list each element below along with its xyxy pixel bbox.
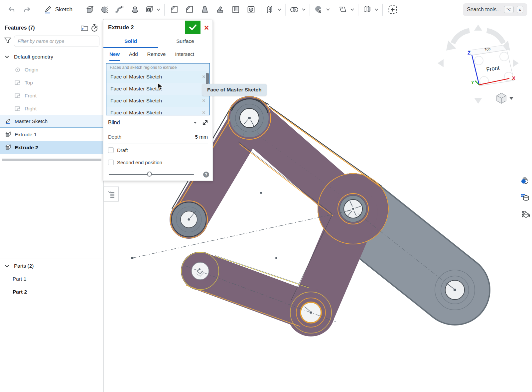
draft-checkbox-row[interactable]: Draft <box>103 144 212 156</box>
section-view-icon[interactable] <box>517 206 532 223</box>
tree-item-extrude-1[interactable]: Extrude 1 <box>0 128 103 141</box>
tab-surface[interactable]: Surface <box>158 35 212 48</box>
confirm-button[interactable] <box>185 21 200 34</box>
flip-direction-icon[interactable] <box>202 119 208 126</box>
axis-x-label: X <box>512 75 515 81</box>
split-icon[interactable] <box>264 2 276 17</box>
extrude-dialog: Extrude 2 × Solid Surface New Add Remove… <box>103 20 213 181</box>
sweep-icon[interactable] <box>112 2 127 17</box>
hole-icon[interactable] <box>243 2 259 17</box>
stopwatch-icon[interactable] <box>89 24 99 32</box>
depth-value[interactable]: 5 mm <box>195 134 208 140</box>
sketch-point[interactable] <box>275 257 277 259</box>
plane-icon[interactable] <box>336 2 349 17</box>
sketch-label: Sketch <box>55 6 72 13</box>
thicken-icon[interactable] <box>143 2 155 17</box>
gray-arm-end[interactable] <box>435 270 475 310</box>
tree-item-master-sketch[interactable]: Master Sketch <box>0 115 103 128</box>
chamfer-icon[interactable] <box>182 2 198 17</box>
boolean-icon[interactable] <box>288 2 301 17</box>
tree-item-front-plane[interactable]: Front <box>0 89 103 102</box>
shell-icon[interactable] <box>228 2 243 17</box>
tree-group-default-geometry[interactable]: Default geometry <box>0 50 103 63</box>
appearance-icon[interactable] <box>517 172 532 189</box>
rollback-bar[interactable] <box>2 159 101 161</box>
view-menu-chevron-icon[interactable] <box>509 97 513 100</box>
list-icon <box>107 190 116 198</box>
tab-solid[interactable]: Solid <box>103 35 158 48</box>
chevron-down-icon[interactable] <box>3 265 11 267</box>
loft-icon[interactable] <box>127 2 143 17</box>
transform-icon[interactable] <box>312 2 325 17</box>
slider-handle[interactable] <box>147 172 152 177</box>
hole-bottom-left[interactable] <box>192 262 209 280</box>
undo-icon[interactable] <box>4 2 19 17</box>
tree-item-right-plane[interactable]: Right <box>0 102 103 115</box>
parts-section: Parts (2) Part 1 Part 2 <box>0 258 103 298</box>
redo-icon[interactable] <box>19 2 35 17</box>
end-condition-dropdown[interactable]: Blind <box>103 115 212 130</box>
tree-item-top-plane[interactable]: Top <box>0 76 103 89</box>
parts-group-header[interactable]: Parts (2) <box>0 259 103 272</box>
chevron-down-icon[interactable] <box>3 56 11 58</box>
insert-part-icon[interactable] <box>385 2 400 17</box>
mirror-icon[interactable] <box>361 2 373 17</box>
help-icon[interactable]: ? <box>203 172 209 178</box>
boss-left[interactable] <box>172 202 206 237</box>
extrude-icon[interactable] <box>81 2 97 17</box>
solid-surface-tabs: Solid Surface <box>103 35 212 48</box>
plane-dropdown-chevron-icon[interactable] <box>349 2 356 17</box>
face-list-item[interactable]: Face of Master Sketch × <box>106 107 209 115</box>
shortcut-key-c: c <box>517 6 524 13</box>
revolve-icon[interactable] <box>97 2 112 17</box>
feature-list-toggle-button[interactable] <box>104 187 119 201</box>
search-tools-input[interactable]: Search tools... ⌥ c <box>463 3 527 16</box>
mode-add[interactable]: Add <box>129 48 138 61</box>
mirror-dropdown-chevron-icon[interactable] <box>373 2 380 17</box>
fillet-icon[interactable] <box>167 2 182 17</box>
filter-input[interactable] <box>14 36 99 47</box>
mode-intersect[interactable]: Intersect <box>175 48 194 61</box>
thicken-dropdown-chevron-icon[interactable] <box>155 2 162 17</box>
second-end-checkbox[interactable] <box>108 160 114 165</box>
face-list-item[interactable]: Face of Master Sketch × <box>106 95 209 107</box>
draft-icon[interactable] <box>198 2 213 17</box>
sketch-point[interactable] <box>260 192 262 194</box>
new-folder-icon[interactable] <box>79 24 89 32</box>
faces-list-header: Faces and sketch regions to extrude <box>106 64 209 71</box>
mode-remove[interactable]: Remove <box>147 48 166 61</box>
sketch-button[interactable]: Sketch <box>40 2 76 17</box>
list-scrollbar-thumb[interactable] <box>206 73 209 84</box>
split-dropdown-chevron-icon[interactable] <box>276 2 283 17</box>
boss-right-lobe[interactable] <box>340 196 366 222</box>
draft-checkbox[interactable] <box>108 147 114 153</box>
mode-new[interactable]: New <box>109 48 120 61</box>
view-menu-cube-icon[interactable] <box>497 93 513 103</box>
view-cube[interactable]: Top Front Z X Y <box>438 25 519 104</box>
slider-track[interactable] <box>109 174 194 175</box>
depth-label: Depth <box>108 134 121 140</box>
extrude-feature-icon <box>4 131 11 138</box>
named-views-icon[interactable] <box>517 189 532 206</box>
boolean-dropdown-chevron-icon[interactable] <box>301 2 307 17</box>
filter-funnel-icon[interactable] <box>4 37 11 45</box>
tree-item-origin[interactable]: Origin <box>0 63 103 76</box>
rollback-slider-row: ? <box>103 169 212 181</box>
dialog-title: Extrude 2 <box>108 24 185 31</box>
remove-face-icon[interactable]: × <box>202 109 205 115</box>
cancel-button[interactable]: × <box>200 21 212 34</box>
search-tools-label: Search tools... <box>467 7 501 13</box>
second-end-checkbox-row[interactable]: Second end position <box>103 156 212 169</box>
tree-item-part-1[interactable]: Part 1 <box>0 272 103 285</box>
transform-dropdown-chevron-icon[interactable] <box>325 2 332 17</box>
remove-face-icon[interactable]: × <box>202 97 205 104</box>
rib-icon[interactable] <box>213 2 228 17</box>
tree-item-extrude-2[interactable]: Extrude 2 <box>0 141 103 154</box>
extrude-feature-icon <box>4 144 11 151</box>
depth-field[interactable]: Depth 5 mm <box>108 130 208 144</box>
sketch-pencil-icon <box>44 5 52 14</box>
tree-item-part-2[interactable]: Part 2 <box>0 285 103 298</box>
face-list-item[interactable]: Face of Master Sketch × <box>106 71 209 83</box>
boss-top[interactable] <box>230 99 269 137</box>
remove-face-icon[interactable]: × <box>202 73 205 80</box>
